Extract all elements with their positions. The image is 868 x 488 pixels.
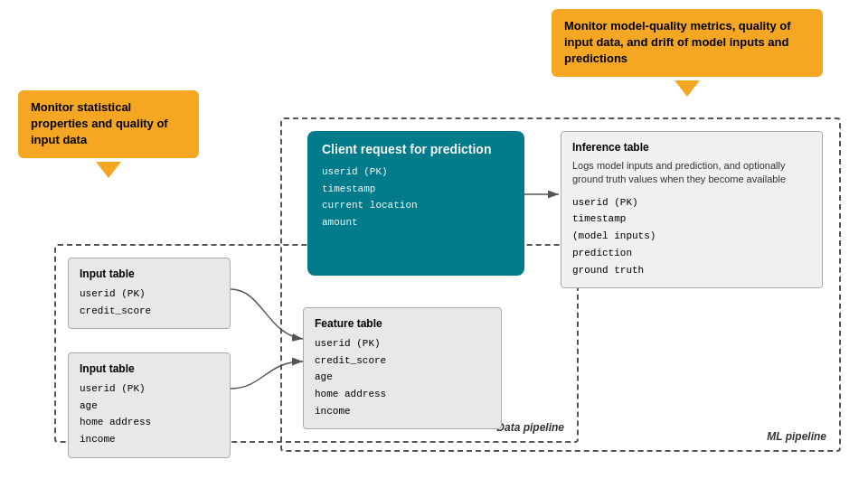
orange-callout-right: Monitor model-quality metrics, quality o…	[552, 9, 823, 97]
input2-field-1: userid (PK)	[80, 380, 219, 398]
inference-field-5: ground truth	[572, 262, 811, 279]
client-field-1: userid (PK)	[322, 164, 510, 181]
input-table-2-fields: userid (PK) age home address income	[80, 380, 219, 448]
inference-table-desc: Logs model inputs and prediction, and op…	[572, 159, 811, 187]
arrow-down-right	[675, 80, 700, 97]
orange-text-right: Monitor model-quality metrics, quality o…	[552, 9, 823, 77]
orange-text-left: Monitor statistical properties and quali…	[18, 90, 199, 158]
feature-table-fields: userid (PK) credit_score age home addres…	[315, 335, 490, 419]
client-request-fields: userid (PK) timestamp current location a…	[322, 164, 510, 231]
orange-callout-left: Monitor statistical properties and quali…	[18, 90, 199, 178]
inference-field-3: (model inputs)	[572, 228, 811, 245]
input1-field-1: userid (PK)	[80, 286, 219, 303]
feature-field-4: home address	[315, 386, 490, 403]
feature-field-1: userid (PK)	[315, 335, 490, 352]
input-table-2: Input table userid (PK) age home address…	[68, 352, 231, 458]
arrow-down-left	[96, 162, 121, 178]
input-table-1-title: Input table	[80, 267, 219, 280]
feature-table: Feature table userid (PK) credit_score a…	[303, 307, 502, 429]
inference-field-4: prediction	[572, 245, 811, 262]
input2-field-4: income	[80, 431, 219, 448]
feature-field-5: income	[315, 403, 490, 420]
inference-table-fields: userid (PK) timestamp (model inputs) pre…	[572, 194, 811, 278]
inference-field-2: timestamp	[572, 211, 811, 228]
inference-table-title: Inference table	[572, 141, 811, 154]
input2-field-3: home address	[80, 414, 219, 431]
client-field-4: amount	[322, 214, 510, 231]
inference-field-1: userid (PK)	[572, 194, 811, 211]
feature-field-2: credit_score	[315, 352, 490, 370]
client-field-2: timestamp	[322, 181, 510, 198]
feature-table-title: Feature table	[315, 317, 490, 330]
input-table-2-title: Input table	[80, 362, 219, 375]
inference-table: Inference table Logs model inputs and pr…	[561, 131, 823, 288]
client-field-3: current location	[322, 197, 510, 214]
data-pipeline-label: Data pipeline	[496, 421, 564, 434]
ml-pipeline-label: ML pipeline	[767, 430, 826, 443]
input2-field-2: age	[80, 398, 219, 415]
input1-field-2: credit_score	[80, 303, 219, 320]
input-table-1: Input table userid (PK) credit_score	[68, 258, 231, 329]
input-table-1-fields: userid (PK) credit_score	[80, 286, 219, 319]
feature-field-3: age	[315, 369, 490, 386]
client-request-box: Client request for prediction userid (PK…	[307, 131, 524, 276]
client-request-title: Client request for prediction	[322, 142, 510, 156]
